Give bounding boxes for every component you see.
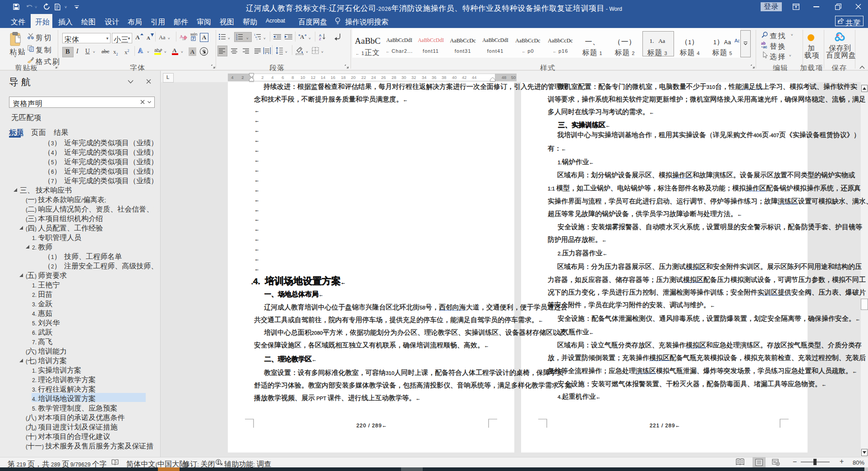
- svg-text:Z: Z: [319, 37, 321, 41]
- svg-text:wén: wén: [190, 32, 198, 37]
- svg-text:A: A: [172, 47, 177, 54]
- svg-text:x: x: [116, 461, 117, 463]
- svg-text:ab: ab: [154, 48, 160, 53]
- svg-text:i: i: [257, 38, 257, 40]
- svg-text:3: 3: [236, 38, 237, 40]
- svg-text:ac: ac: [763, 45, 767, 48]
- svg-text:A: A: [300, 33, 305, 40]
- svg-text:A: A: [180, 34, 183, 39]
